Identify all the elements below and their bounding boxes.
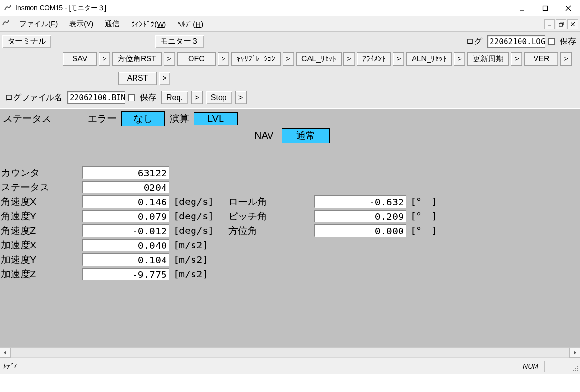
roll-label: ロール角 xyxy=(228,195,311,208)
status-title: ステータス xyxy=(3,112,83,125)
alignment-button[interactable]: ｱﾗｲﾒﾝﾄ xyxy=(357,52,391,66)
alignment-arrow-button[interactable]: > xyxy=(393,52,404,66)
ofc-arrow-button[interactable]: > xyxy=(218,52,229,66)
stop-arrow-button[interactable]: > xyxy=(235,91,247,104)
calibration-arrow-button[interactable]: > xyxy=(283,52,294,66)
azimuth-rst-button[interactable]: 方位角RST xyxy=(112,52,162,66)
refresh-arrow-button[interactable]: > xyxy=(511,52,522,66)
yaw-label: 方位角 xyxy=(228,224,311,237)
roll-value: -0.632 xyxy=(314,195,406,208)
menu-file[interactable]: ファイル(F) xyxy=(14,17,63,30)
status-code-label: ステータス xyxy=(1,181,78,194)
calc-value: LVL xyxy=(194,112,238,125)
error-value: なし xyxy=(121,111,165,126)
log-file-field[interactable]: 22062100.LOG xyxy=(487,35,545,48)
accel-x-unit: [m/s2] xyxy=(173,239,217,251)
menu-help[interactable]: ﾍﾙﾌﾟ(H) xyxy=(172,18,209,30)
scroll-right-button[interactable] xyxy=(569,348,580,358)
app-icon xyxy=(4,4,12,12)
accel-z-label: 加速度Z xyxy=(1,268,78,281)
statusbar-cell-empty1 xyxy=(488,361,517,372)
terminal-button[interactable]: ターミナル xyxy=(2,35,51,48)
refresh-period-button[interactable]: 更新周期 xyxy=(467,52,509,66)
monitor-button[interactable]: モニター３ xyxy=(155,35,204,48)
menu-view[interactable]: 表示(V) xyxy=(63,17,99,30)
sav-arrow-button[interactable]: > xyxy=(99,52,110,66)
status-line-2: NAV 通常 xyxy=(253,127,578,144)
measurement-grid-right: ロール角 -0.632 [° ] ピッチ角 0.209 [° ] 方位角 0.0… xyxy=(228,194,439,238)
statusbar-num: NUM xyxy=(517,361,544,372)
sav-button[interactable]: SAV xyxy=(63,52,97,66)
error-label: エラー xyxy=(88,112,117,125)
req-button[interactable]: Req. xyxy=(161,91,188,104)
pitch-unit: [° ] xyxy=(410,210,439,223)
nav-value: 通常 xyxy=(282,128,330,143)
mdi-minimize-button[interactable] xyxy=(544,19,555,29)
window-title: Insmon COM15 - [モニター３] xyxy=(15,4,106,13)
mdi-close-button[interactable] xyxy=(567,19,578,29)
save-bin-checkbox[interactable] xyxy=(128,94,135,101)
accel-y-value: 0.104 xyxy=(82,253,169,266)
scroll-left-button[interactable] xyxy=(0,348,11,358)
window-maximize-button[interactable] xyxy=(534,0,557,16)
gyro-z-unit: [deg/s] xyxy=(173,225,217,236)
gyro-y-label: 角速度Y xyxy=(1,210,78,223)
calc-label: 演算 xyxy=(170,112,189,125)
monitor-client-area: ステータス エラー なし 演算 LVL NAV 通常 カウンタ 63122 ステ… xyxy=(0,108,580,347)
save-log-label: 保存 xyxy=(558,36,578,47)
window-close-button[interactable] xyxy=(557,0,580,16)
svg-rect-1 xyxy=(543,6,548,10)
ver-arrow-button[interactable]: > xyxy=(560,52,572,66)
gyro-y-unit: [deg/s] xyxy=(173,210,217,222)
aln-reset-arrow-button[interactable]: > xyxy=(454,52,465,66)
mdi-restore-button[interactable] xyxy=(556,19,566,29)
status-line-1: ステータス エラー なし 演算 LVL xyxy=(2,110,578,127)
measurement-grid-left: カウンタ 63122 ステータス 0204 角速度X 0.146 [deg/s]… xyxy=(1,165,217,281)
horizontal-scrollbar[interactable] xyxy=(0,347,580,358)
azimuth-rst-arrow-button[interactable]: > xyxy=(164,52,175,66)
arst-button[interactable]: ARST xyxy=(118,72,157,85)
menu-comm[interactable]: 通信 xyxy=(99,17,125,30)
command-row-1: SAV > 方位角RST > OFC > ｷｬﾘﾌﾞﾚｰｼｮﾝ > CAL_ﾘｾ… xyxy=(0,50,580,70)
log-label: ログ xyxy=(464,36,484,47)
cal-reset-button[interactable]: CAL_ﾘｾｯﾄ xyxy=(296,52,342,66)
stop-button[interactable]: Stop xyxy=(206,91,232,104)
scroll-track[interactable] xyxy=(11,348,569,358)
statusbar-cell-empty2 xyxy=(544,361,568,372)
accel-x-label: 加速度X xyxy=(1,239,78,252)
roll-unit: [° ] xyxy=(410,195,439,208)
gyro-x-value: 0.146 xyxy=(82,195,169,208)
top-toolbar-row: ターミナル モニター３ ログ 22062100.LOG 保存 xyxy=(0,32,580,50)
menu-window[interactable]: ｳｨﾝﾄﾞｳ(W) xyxy=(125,18,172,30)
log-file-name-label: ログファイル名 xyxy=(3,92,64,103)
window-titlebar: Insmon COM15 - [モニター３] xyxy=(0,0,580,16)
pitch-value: 0.209 xyxy=(314,210,406,222)
req-arrow-button[interactable]: > xyxy=(191,91,203,104)
resize-grip-icon[interactable] xyxy=(568,361,579,372)
ofc-button[interactable]: OFC xyxy=(177,52,216,66)
statusbar-ready: ﾚﾃﾞｨ xyxy=(0,363,488,370)
gyro-z-value: -0.012 xyxy=(82,224,169,237)
command-row-2: ARST > xyxy=(0,70,580,89)
svg-rect-6 xyxy=(559,23,563,26)
status-bar: ﾚﾃﾞｨ NUM xyxy=(0,358,580,374)
calibration-button[interactable]: ｷｬﾘﾌﾞﾚｰｼｮﾝ xyxy=(231,52,281,66)
yaw-unit: [° ] xyxy=(410,224,439,237)
counter-value: 63122 xyxy=(82,166,169,179)
log-bin-file-field[interactable]: 22062100.BIN xyxy=(67,91,125,104)
counter-label: カウンタ xyxy=(1,166,78,179)
accel-y-label: 加速度Y xyxy=(1,253,78,266)
log-file-row: ログファイル名 22062100.BIN 保存 Req. > Stop > xyxy=(0,89,580,108)
save-log-checkbox[interactable] xyxy=(548,38,555,45)
ver-button[interactable]: VER xyxy=(524,52,558,66)
gyro-z-label: 角速度Z xyxy=(1,224,78,237)
cal-reset-arrow-button[interactable]: > xyxy=(343,52,355,66)
accel-z-value: -9.775 xyxy=(82,268,169,280)
window-minimize-button[interactable] xyxy=(510,0,534,16)
arst-arrow-button[interactable]: > xyxy=(159,72,170,85)
save-bin-label: 保存 xyxy=(138,92,158,103)
aln-reset-button[interactable]: ALN_ﾘｾｯﾄ xyxy=(406,52,452,66)
pitch-label: ピッチ角 xyxy=(228,210,311,223)
nav-label: NAV xyxy=(254,130,274,141)
accel-y-unit: [m/s2] xyxy=(173,254,217,265)
